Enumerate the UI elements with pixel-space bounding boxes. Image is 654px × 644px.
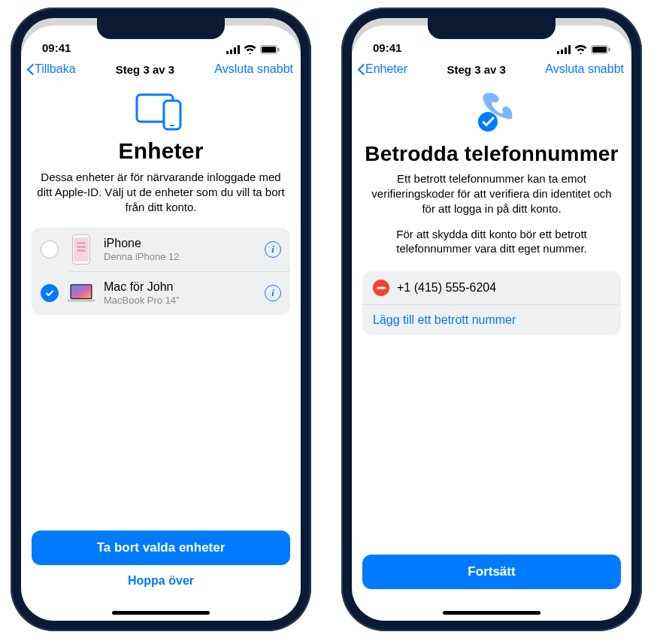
notch [97,18,225,39]
back-button[interactable]: Tillbaka [26,62,76,77]
svg-rect-13 [77,246,86,248]
trusted-phone-icon [465,90,518,135]
page-title: Betrodda telefonnummer [362,143,621,165]
page-subtitle-2: För att skydda ditt konto bör ett betrot… [362,227,621,257]
chevron-left-icon [356,62,365,77]
iphone-thumbnail-icon [66,234,96,265]
page-subtitle-1: Ett betrott telefonnummer kan ta emot ve… [362,171,621,216]
svg-rect-25 [609,48,610,52]
home-indicator[interactable] [112,611,210,615]
svg-rect-0 [226,51,229,54]
back-button[interactable]: Enheter [356,62,407,77]
svg-point-26 [478,112,498,132]
device-name: Mac för John [104,280,257,294]
battery-icon [260,45,280,54]
phone-right: 09:41 Enheter Steg 3 av 3 Avsluta snabbt [341,8,642,631]
skip-button[interactable]: Hoppa över [32,565,290,597]
svg-rect-17 [71,286,91,298]
cellular-icon [557,45,571,54]
add-trusted-number-button[interactable]: Lägg till ett betrott nummer [362,305,621,335]
svg-rect-3 [238,45,240,54]
home-indicator[interactable] [443,611,540,615]
macbook-thumbnail-icon [66,278,96,308]
device-row[interactable]: iPhone Denna iPhone 12 i [32,228,290,271]
phone-number-value: +1 (415) 555-6204 [397,281,496,295]
devices-icon [132,90,189,131]
device-list: iPhone Denna iPhone 12 i [32,228,290,315]
quick-exit-button[interactable]: Avsluta snabbt [214,62,293,76]
info-icon[interactable]: i [265,285,281,301]
remove-selected-button[interactable]: Ta bort valda enheter [32,531,290,565]
status-time: 09:41 [42,41,71,54]
svg-rect-24 [592,47,607,53]
svg-rect-12 [77,242,86,244]
chevron-left-icon [26,62,35,77]
svg-rect-22 [568,45,571,54]
nav-step-label: Steg 3 av 3 [447,63,505,76]
svg-rect-14 [77,249,86,252]
svg-rect-5 [262,47,276,53]
device-model: MacBook Pro 14" [104,295,257,306]
device-model: Denna iPhone 12 [104,251,257,262]
info-icon[interactable]: i [265,241,281,258]
quick-exit-button[interactable]: Avsluta snabbt [545,62,624,76]
page-title: Enheter [32,138,290,164]
phone-left: 09:41 Tillbaka Steg 3 av 3 Avsluta snabb… [11,8,311,631]
phone-number-row: +1 (415) 555-6204 [362,271,621,305]
svg-rect-9 [170,125,174,126]
nav-bar: Enheter Steg 3 av 3 Avsluta snabbt [352,56,631,83]
device-name: iPhone [104,237,257,250]
checkbox-unchecked[interactable] [41,240,59,259]
svg-rect-18 [68,300,95,303]
nav-bar: Tillbaka Steg 3 av 3 Avsluta snabbt [21,56,301,83]
page-subtitle: Dessa enheter är för närvarande inloggad… [32,170,290,214]
nav-step-label: Steg 3 av 3 [116,63,174,76]
svg-rect-6 [278,48,280,52]
remove-icon[interactable] [373,280,389,296]
svg-rect-2 [234,47,236,54]
svg-rect-21 [565,47,567,54]
status-time: 09:41 [373,41,401,54]
continue-button[interactable]: Fortsätt [362,555,621,589]
notch [428,18,556,39]
svg-rect-1 [230,50,232,54]
back-label: Enheter [365,62,407,76]
svg-rect-20 [561,50,563,54]
checkbox-checked[interactable] [41,284,59,302]
cellular-icon [226,45,240,54]
svg-rect-19 [557,51,559,54]
device-row[interactable]: Mac för John MacBook Pro 14" i [32,271,290,315]
wifi-icon [244,45,256,54]
back-label: Tillbaka [35,62,76,76]
wifi-icon [574,45,587,54]
battery-icon [591,45,610,54]
phone-number-list: +1 (415) 555-6204 Lägg till ett betrott … [362,271,621,335]
